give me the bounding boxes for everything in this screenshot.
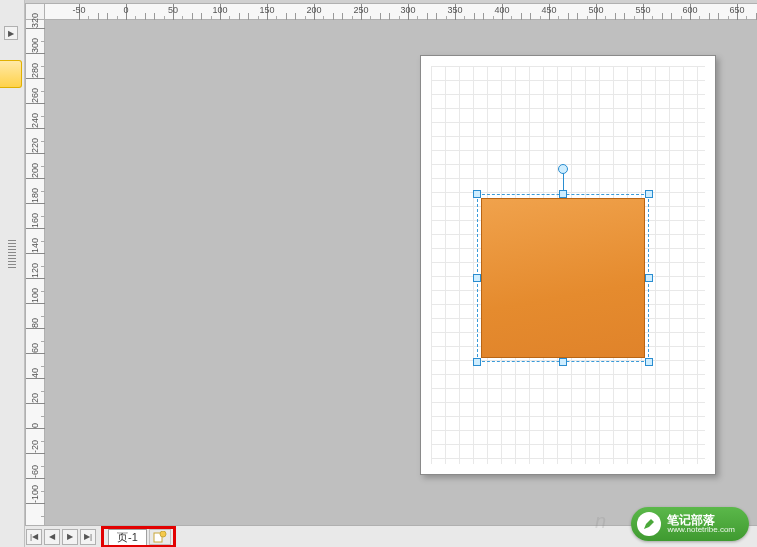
- ruler-h-label: 400: [494, 5, 509, 15]
- resize-handle[interactable]: [645, 190, 653, 198]
- ruler-v-label: 260: [30, 88, 40, 103]
- ruler-h-label: 300: [400, 5, 415, 15]
- ruler-h-label: 50: [168, 5, 178, 15]
- ruler-v-label: 100: [30, 288, 40, 303]
- page-grid: [431, 66, 705, 464]
- tab-nav-prev-button[interactable]: ◀: [44, 529, 60, 545]
- ruler-v-label: 20: [30, 393, 40, 403]
- vertical-ruler[interactable]: 3203002802602402202001801601401201008060…: [25, 20, 45, 525]
- resize-handle[interactable]: [559, 190, 567, 198]
- watermark-sub: www.notetribe.com: [667, 526, 735, 534]
- shapes-sidebar: ▶: [0, 0, 25, 547]
- ruler-v-label: 120: [30, 263, 40, 278]
- ruler-h-label: 550: [635, 5, 650, 15]
- watermark-pencil-icon: [637, 512, 661, 536]
- ruler-h-label: 350: [447, 5, 462, 15]
- tab-nav-last-button[interactable]: ▶|: [80, 529, 96, 545]
- resize-handle[interactable]: [559, 358, 567, 366]
- selected-rectangle-shape[interactable]: [481, 198, 645, 358]
- ruler-h-label: 500: [588, 5, 603, 15]
- ruler-v-label: 320: [30, 13, 40, 28]
- ruler-h-label: 450: [541, 5, 556, 15]
- resize-handle[interactable]: [473, 358, 481, 366]
- ruler-h-label: -50: [72, 5, 85, 15]
- ruler-v-label: 180: [30, 188, 40, 203]
- ruler-h-label: 0: [123, 5, 128, 15]
- drawing-page[interactable]: [420, 55, 716, 475]
- resize-handle[interactable]: [473, 274, 481, 282]
- sidebar-resize-handle[interactable]: [8, 240, 16, 270]
- app-root: ▶ -5005010015020025030035040045050055060…: [0, 0, 757, 547]
- ruler-v-label: 0: [30, 423, 40, 428]
- resize-handle[interactable]: [645, 274, 653, 282]
- ruler-h-label: 150: [259, 5, 274, 15]
- ruler-v-label: 300: [30, 38, 40, 53]
- ruler-v-label: 240: [30, 113, 40, 128]
- ruler-v-label: 80: [30, 318, 40, 328]
- resize-handle[interactable]: [645, 358, 653, 366]
- ruler-v-label: 220: [30, 138, 40, 153]
- ruler-v-label: 40: [30, 368, 40, 378]
- pan-arrow-icon[interactable]: ▶: [4, 26, 18, 40]
- rotation-handle-icon[interactable]: [558, 164, 568, 174]
- tab-nav-first-button[interactable]: |◀: [26, 529, 42, 545]
- new-page-icon: [153, 531, 167, 543]
- ruler-h-label: 100: [212, 5, 227, 15]
- insert-page-button[interactable]: [149, 529, 171, 545]
- ruler-v-label: 280: [30, 63, 40, 78]
- ruler-h-label: 200: [306, 5, 321, 15]
- ruler-v-label: -100: [30, 485, 40, 503]
- horizontal-ruler[interactable]: -500501001502002503003504004505005506006…: [45, 3, 757, 20]
- ruler-v-label: 160: [30, 213, 40, 228]
- shape-category-fragment[interactable]: [0, 60, 22, 88]
- page-tab-1[interactable]: 页-1: [108, 529, 147, 545]
- ruler-v-label: -60: [30, 465, 40, 478]
- ruler-h-label: 600: [682, 5, 697, 15]
- watermark-text: 笔记部落 www.notetribe.com: [667, 514, 735, 534]
- ruler-v-label: 60: [30, 343, 40, 353]
- highlighted-tab-area: 页-1: [101, 526, 176, 548]
- svg-point-1: [160, 531, 166, 537]
- ruler-v-label: 200: [30, 163, 40, 178]
- drawing-workspace[interactable]: [45, 20, 757, 525]
- ruler-h-label: 250: [353, 5, 368, 15]
- resize-handle[interactable]: [473, 190, 481, 198]
- ruler-v-label: 140: [30, 238, 40, 253]
- watermark-badge: 笔记部落 www.notetribe.com: [631, 507, 749, 541]
- tab-nav-next-button[interactable]: ▶: [62, 529, 78, 545]
- ruler-h-label: 650: [729, 5, 744, 15]
- ruler-v-label: -20: [30, 440, 40, 453]
